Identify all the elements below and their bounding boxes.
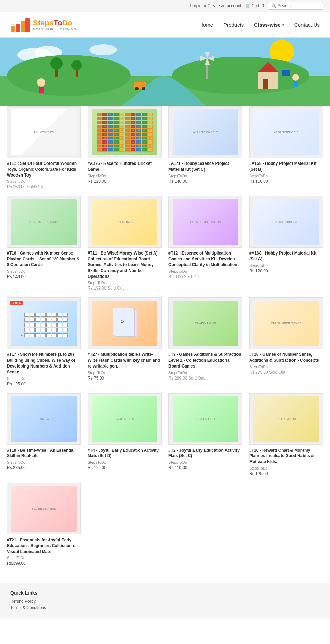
product-image: T21 BEGINNERS [7, 483, 81, 534]
svg-rect-3 [25, 18, 30, 32]
svg-point-32 [135, 87, 139, 90]
product-card[interactable]: T16 NUMBER CARDS#T16 - Games with Number… [7, 196, 81, 291]
product-image-inner: T9 ADDITIONS [173, 301, 239, 346]
top-bar: Log in or Create an account 🛒 Cart: 0 🔍 [0, 0, 330, 12]
product-title: #T11 - Be Wise! Money-Wise (Set A). Coll… [88, 250, 162, 279]
svg-point-10 [89, 44, 117, 55]
hero-illustration [0, 38, 330, 106]
product-title: #T9 - Games Additions & Subtraction Leve… [168, 352, 242, 369]
product-title: #T4 - Joyful Early Education Activity Ma… [88, 448, 162, 459]
product-image-inner: T2 JOYFUL C [173, 396, 239, 442]
svg-rect-25 [263, 79, 268, 89]
product-image-inner: T19 TIMEWISE [11, 396, 77, 442]
product-card[interactable]: T2 JOYFUL C#T2 - Joyful Early Education … [168, 393, 242, 476]
product-image: A168 HOBBY A [249, 196, 323, 248]
product-vendor: StepsToDo [249, 263, 323, 268]
product-card[interactable]: A171 SCIENCE C#A171 - Hobby Science Proj… [168, 106, 242, 189]
cart-icon: 🛒 [245, 3, 251, 8]
product-vendor: StepsToDo [88, 174, 162, 178]
hero-banner [0, 38, 330, 106]
footer-refund-link[interactable]: Refund Policy [10, 599, 320, 604]
product-card[interactable]: T18 NUMBER SENSE#T18 - Games of Number S… [249, 297, 323, 386]
svg-point-4 [12, 24, 14, 25]
svg-rect-29 [294, 81, 298, 87]
product-card[interactable]: T4 JOYFUL D#T4 - Joyful Early Education … [88, 393, 162, 476]
product-image-inner: T4 JOYFUL D [92, 396, 158, 442]
product-price: Rs.250.00 Sold Out [7, 184, 81, 189]
product-card[interactable]: 1234567891011121314151617181920212223242… [88, 106, 162, 189]
product-image: T9 ADDITIONS [168, 297, 242, 349]
quick-links-title: Quick Links [10, 590, 320, 596]
show-tag: SHOW [10, 301, 23, 305]
product-vendor: StepsToDo [88, 460, 162, 464]
product-card[interactable]: T10 REWARD#T10 - Reward Chart & Monthly … [249, 393, 323, 476]
main-nav: Home Products Class-wise ▾ Contact Us [199, 22, 320, 28]
product-image-inner: T21 BEGINNERS [11, 486, 77, 531]
product-price: Rs.140.00 [168, 179, 242, 184]
product-image-inner: A168 HOBBY A [253, 199, 319, 245]
product-title: #T18 - Games of Number Sense, Additions … [249, 352, 323, 363]
svg-point-17 [72, 60, 82, 70]
product-image: T19 TIMEWISE [7, 393, 81, 445]
product-card[interactable]: T21 BEGINNERS#T21 - Essentials for Joyfu… [7, 483, 81, 566]
product-vendor: StepsToDo [168, 269, 242, 273]
product-price: Rs.275.00 [7, 465, 81, 470]
product-title: #T27 - Multiplication tables Write-Wipe … [88, 352, 162, 369]
product-card[interactable]: A168 HOBBY A#A168 - Hobby Project Materi… [249, 196, 323, 291]
svg-point-26 [37, 78, 45, 87]
product-title: #T17 - Show Me Numbers (1 to 20) Buildin… [7, 352, 81, 375]
product-price: Rs.75.00 [88, 376, 162, 381]
product-image: T11 MONEY [88, 196, 162, 248]
product-card[interactable]: T19 TIMEWISE#T19 - Be Time-wise : An Ess… [7, 393, 81, 476]
search-input[interactable] [278, 3, 319, 8]
product-card[interactable]: T11 WOODEN#T11 : Set Of Four Colorful Wo… [7, 106, 81, 189]
product-image-inner: SHOW+++++ [11, 301, 77, 346]
product-card[interactable]: SHOW+++++#T17 - Show Me Numbers (1 to 20… [7, 297, 81, 386]
product-image: T16 NUMBER CARDS [7, 196, 81, 248]
products-section: T11 WOODEN#T11 : Set Of Four Colorful Wo… [0, 106, 330, 576]
product-vendor: StepsToDo [249, 466, 323, 470]
product-vendor: StepsToDo [88, 371, 162, 375]
svg-rect-0 [11, 26, 15, 32]
nav-classwise[interactable]: Class-wise ▾ [254, 22, 284, 28]
product-price: Rs.120.00 [88, 179, 162, 184]
login-link[interactable]: Log in or Create an account [190, 3, 241, 8]
product-price: Rs.125.00 [249, 471, 323, 476]
logo[interactable]: StepsToDo Meaningful Learning [10, 16, 76, 33]
product-price: Rs.399.00 [7, 561, 81, 566]
product-vendor: StepsToDo [7, 376, 81, 381]
product-image: T18 NUMBER SENSE [249, 297, 323, 349]
product-price: Rs.0.00 Sold Out [168, 274, 242, 279]
nav-home[interactable]: Home [199, 22, 213, 28]
product-image-inner: A171 SCIENCE C [173, 109, 239, 155]
product-title: #T21 - Essentials for Joyful Early Educa… [7, 537, 81, 554]
product-card[interactable]: T11 MONEY#T11 - Be Wise! Money-Wise (Set… [88, 196, 162, 291]
product-image: T10 REWARD [249, 393, 323, 445]
product-image-inner: T12 MULTIPLICATION [173, 199, 239, 245]
product-card[interactable]: 5×4×3×2×#T27 - Multiplication tables Wri… [88, 297, 162, 386]
svg-point-12 [7, 55, 131, 96]
product-vendor: StepsToDo [7, 460, 81, 464]
product-vendor: StepsToDo [249, 174, 323, 178]
footer-terms-link[interactable]: Terms & Conditions [10, 605, 320, 610]
product-vendor: StepsToDo [249, 365, 323, 369]
logo-graphic [10, 16, 31, 33]
product-vendor: StepsToDo [7, 179, 81, 183]
svg-point-5 [12, 23, 13, 24]
product-price: Rs.150.00 [249, 179, 323, 184]
svg-rect-2 [21, 21, 25, 32]
svg-rect-30 [282, 70, 290, 76]
product-image: 1234567891011121314151617181920212223242… [88, 106, 162, 158]
product-price: Rs.299.00 Sold Out [168, 376, 242, 381]
nav-products[interactable]: Products [223, 22, 244, 28]
nav-contact[interactable]: Contact Us [294, 22, 320, 28]
product-price: Rs.125.00 [7, 382, 81, 386]
product-card[interactable]: T9 ADDITIONS#T9 - Games Additions & Subt… [168, 297, 242, 386]
products-grid: T11 WOODEN#T11 : Set Of Four Colorful Wo… [7, 106, 323, 566]
search-box[interactable]: 🔍 [268, 2, 323, 10]
product-card[interactable]: T12 MULTIPLICATION#T12 - Essence of Mult… [168, 196, 242, 291]
cart-info[interactable]: 🛒 Cart: 0 [245, 3, 264, 8]
product-image-inner: T11 MONEY [92, 199, 158, 245]
product-card[interactable]: A168 SCIENCE B#A168 - Hobby Project Mate… [249, 106, 323, 189]
product-title: #A168 - Hobby Project Material Kit (Set … [249, 161, 323, 172]
